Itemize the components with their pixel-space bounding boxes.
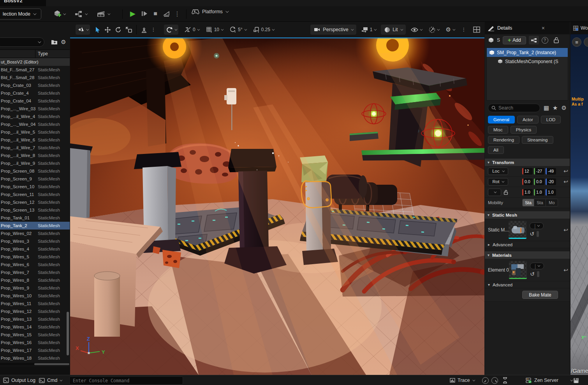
add-actor-button[interactable] — [53, 9, 65, 19]
category-pill-streaming[interactable]: Streaming — [522, 136, 553, 144]
platforms-dropdown[interactable]: Platforms — [192, 9, 228, 14]
viewport-kebab-menu[interactable]: ⋮ — [459, 25, 468, 35]
close-icon[interactable]: × — [542, 25, 545, 31]
tree-child-row[interactable]: StaticMeshComponent (S — [487, 57, 568, 66]
outliner-row[interactable]: Prop_Wires_11StaticMesh — [0, 300, 70, 307]
outliner-row[interactable]: Prop_..._Wire_04StaticMesh — [0, 120, 70, 128]
zen-server-dropdown[interactable]: Zen Server — [526, 375, 572, 385]
outliner-row[interactable]: Prop_Crate_4StaticMesh — [0, 89, 70, 97]
derived-data-button[interactable] — [573, 375, 579, 385]
type-column-header[interactable]: Type — [35, 51, 48, 57]
category-pill-rendering[interactable]: Rendering — [488, 136, 519, 144]
outliner-row[interactable]: Prop_Screen_9StaticMesh — [0, 175, 70, 183]
material-thumbnail[interactable] — [509, 261, 527, 279]
eject-button[interactable] — [161, 9, 171, 19]
cinematics-button[interactable] — [97, 9, 109, 19]
help-icon[interactable]: ? — [542, 37, 548, 44]
category-pill-actor[interactable]: Actor — [517, 116, 539, 124]
outliner-row[interactable]: Prop_Screen_11StaticMesh — [0, 191, 70, 198]
outliner-row[interactable]: Prop_Tank_2StaticMesh — [0, 222, 70, 230]
frame-skip-button[interactable] — [139, 9, 150, 19]
play-options-button[interactable]: ⋮ — [172, 9, 182, 19]
details-tab-label[interactable]: Details — [497, 25, 512, 31]
loc-x-field[interactable]: 12 — [522, 168, 533, 175]
memory-gauge-button[interactable] — [491, 375, 498, 385]
material-dropdown[interactable]: | — [530, 263, 544, 269]
viewport-scene[interactable]: Z X Y — [70, 37, 484, 375]
console-command-input[interactable]: Enter Console Command — [69, 376, 183, 385]
location-snap-toggle[interactable]: 0 — [182, 25, 201, 35]
show-flags-dropdown[interactable] — [409, 25, 424, 35]
materials-section-header[interactable]: ▾Materials — [485, 251, 570, 259]
outliner-row[interactable]: Prop_...il_Wire_9StaticMesh — [0, 159, 70, 167]
loc-y-field[interactable]: -27 — [534, 168, 544, 175]
outliner-row[interactable]: Prop_...il_Wire_4StaticMesh — [0, 113, 70, 120]
category-pill-all[interactable]: All — [488, 146, 504, 154]
create-folder-button[interactable] — [50, 38, 58, 46]
reset-rotation-icon[interactable]: ↩ — [563, 178, 568, 185]
scale-snap-dropdown[interactable]: 0.25 — [251, 25, 276, 35]
transform-section-header[interactable]: ▾Transform — [485, 159, 570, 166]
minimap-extra-button[interactable] — [584, 37, 588, 47]
loc-z-field[interactable]: -49 — [546, 168, 556, 175]
details-search-input[interactable]: Search — [488, 104, 540, 112]
surface-snapping-button[interactable] — [139, 25, 149, 35]
outliner-row[interactable]: Prop_Wires_13StaticMesh — [0, 315, 70, 323]
outliner-row[interactable]: Prop_Screen_08StaticMesh — [0, 167, 70, 175]
category-pill-general[interactable]: General — [488, 116, 515, 124]
outliner-row[interactable]: Prop_Screen_13StaticMesh — [0, 206, 70, 214]
selection-mode-dropdown[interactable]: lection Mode — [0, 9, 41, 19]
outliner-vertical-scrollbar[interactable] — [67, 312, 69, 355]
outliner-row[interactable]: Prop_Wires_14StaticMesh — [0, 323, 70, 331]
bake-material-button[interactable]: Bake Mate — [522, 291, 558, 299]
outliner-row[interactable]: Prop_Wires_8StaticMesh — [0, 276, 70, 284]
outliner-row[interactable]: Prop_Screen_12StaticMesh — [0, 198, 70, 206]
location-dropdown[interactable]: Loc — [488, 168, 508, 175]
outliner-row[interactable]: Prop_Wires_7StaticMesh — [0, 268, 70, 276]
outliner-row[interactable]: Prop_Wires_3StaticMesh — [0, 237, 70, 245]
quad-view-button[interactable] — [471, 25, 482, 35]
wall-left[interactable] — [70, 143, 93, 221]
outliner-row[interactable]: Prop_Crate_04StaticMesh — [0, 97, 70, 105]
browse-to-material-icon[interactable]: ↺ — [530, 271, 535, 277]
mobility-option[interactable]: Mo — [546, 199, 558, 206]
outliner-row[interactable]: Prop_Wires_5StaticMesh — [0, 253, 70, 261]
details-settings-icon[interactable]: ⚙ — [562, 104, 567, 111]
outliner-row[interactable]: Prop_Wires_4StaticMesh — [0, 245, 70, 253]
move-tool-button[interactable] — [102, 25, 113, 35]
scale-tool-button[interactable] — [123, 25, 134, 35]
scale-z-field[interactable]: 1.0 — [546, 189, 556, 196]
world-partition-minimap[interactable]: ≡ Multip As a f y~ /Game — [570, 34, 588, 375]
display-filter-icon[interactable]: ▦ — [544, 104, 549, 111]
blueprints-button[interactable] — [75, 9, 87, 19]
scale-dropdown[interactable] — [488, 189, 501, 196]
outliner-row[interactable]: Prop_...il_Wire_7StaticMesh — [0, 144, 70, 152]
mobility-option[interactable]: Sta — [523, 199, 534, 206]
category-pill-lod[interactable]: LOD — [541, 116, 561, 124]
lit-mode-dropdown[interactable]: Lit — [381, 25, 405, 35]
scale-x-field[interactable]: 1.0 — [522, 189, 533, 196]
outliner-settings-button[interactable]: ⚙ — [59, 38, 68, 46]
select-tool-button[interactable] — [93, 25, 102, 35]
play-button[interactable]: ▶ — [128, 9, 138, 19]
outliner-world-row[interactable]: ut_BossV2 (Editor) — [0, 58, 70, 66]
outliner-row[interactable]: Prop_Tank_01StaticMesh — [0, 214, 70, 222]
outliner-row[interactable]: Bld_F...Small_28StaticMesh — [0, 74, 70, 81]
outliner-row[interactable]: Prop_..._Wire_03StaticMesh — [0, 105, 70, 113]
outliner-row[interactable]: Prop_Wires_18StaticMesh — [0, 354, 70, 362]
category-pill-misc[interactable]: Misc — [488, 126, 508, 134]
trace-dropdown[interactable]: Trace — [450, 375, 474, 385]
rot-y-field[interactable]: 0.0 — [534, 178, 544, 185]
category-pill-physics[interactable]: Physics — [511, 126, 537, 134]
outliner-row[interactable]: Prop_Wires_17StaticMesh — [0, 346, 70, 354]
reset-mesh-icon[interactable]: ↩ — [563, 227, 568, 233]
materials-advanced-row[interactable]: ▾Advanced — [485, 281, 570, 288]
browse-to-asset-icon[interactable]: ↺ — [530, 231, 534, 237]
screen-percentage-dropdown[interactable]: 1 — [359, 25, 378, 35]
reset-location-icon[interactable]: ↩ — [563, 168, 568, 174]
outliner-row[interactable]: Prop_Wires_15StaticMesh — [0, 331, 70, 339]
outliner-search-dropdown[interactable] — [0, 37, 44, 47]
favorites-icon[interactable]: ★ — [553, 104, 558, 111]
viewport-settings-dropdown[interactable]: ⚙ — [444, 25, 456, 35]
cmd-dropdown[interactable]: Cmd — [39, 375, 62, 385]
